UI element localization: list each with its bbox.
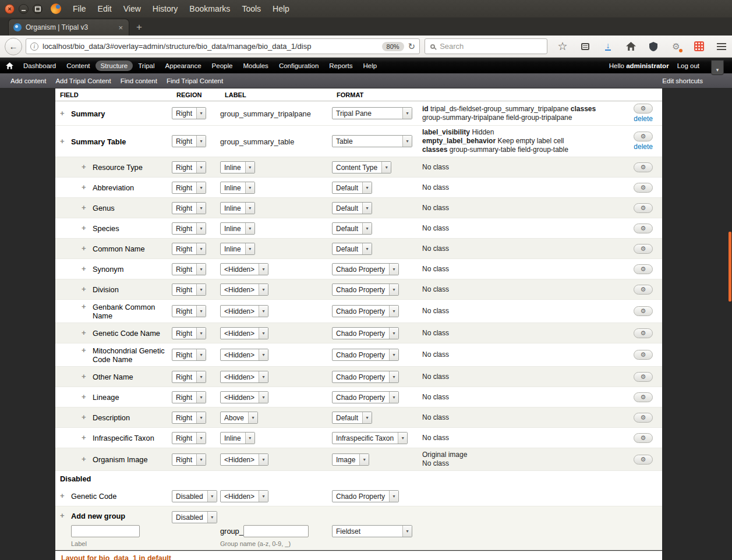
drag-handle-icon[interactable]: + (82, 244, 89, 253)
menu-help[interactable]: Help (267, 2, 295, 16)
drag-handle-icon[interactable]: + (60, 511, 67, 520)
dropdown[interactable]: Inline▾ (220, 161, 255, 173)
drag-handle-icon[interactable]: + (60, 109, 67, 118)
drupal-home-icon[interactable] (6, 62, 13, 69)
dropdown[interactable]: <Hidden>▾ (220, 453, 268, 466)
search-bar[interactable]: Search (425, 38, 547, 54)
gear-button[interactable]: ⚙ (634, 162, 653, 172)
drag-handle-icon[interactable]: + (82, 203, 89, 212)
gear-button[interactable]: ⚙ (634, 328, 653, 338)
dropdown[interactable]: Disabled▾ (172, 490, 217, 502)
gear-button[interactable]: ⚙ (634, 132, 653, 141)
gear-button[interactable]: ⚙ (634, 285, 653, 295)
site-info-icon[interactable]: i (30, 42, 38, 51)
gear-button[interactable]: ⚙ (634, 104, 653, 114)
gear-button[interactable]: ⚙ (634, 224, 653, 233)
window-minimize-button[interactable] (19, 4, 29, 14)
gear-button[interactable]: ⚙ (634, 413, 653, 423)
dropdown[interactable]: Chado Property▾ (332, 490, 399, 502)
drag-handle-icon[interactable]: + (82, 346, 89, 355)
dropdown[interactable]: Default▾ (332, 243, 372, 255)
toolbar-item-help[interactable]: Help (358, 61, 383, 71)
dropdown[interactable]: Right▾ (172, 371, 206, 383)
hamburger-menu-icon[interactable] (716, 41, 727, 52)
bookmarks-panel-icon[interactable] (579, 41, 591, 52)
back-button[interactable]: ← (5, 38, 22, 55)
dropdown[interactable]: Right▾ (172, 349, 206, 361)
gear-button[interactable]: ⚙ (634, 433, 653, 443)
dropdown[interactable]: Tripal Pane▾ (332, 107, 412, 119)
dropdown[interactable]: Disabled▾ (172, 511, 217, 523)
gear-button[interactable]: ⚙ (634, 183, 653, 193)
downloads-icon[interactable]: ↓ (602, 41, 614, 52)
dropdown[interactable]: Right▾ (172, 182, 206, 194)
dropdown[interactable]: Fieldset▾ (332, 525, 412, 537)
tools-extension-icon[interactable]: ⚙ (670, 41, 682, 52)
dropdown[interactable]: Chado Property▾ (332, 283, 399, 296)
drag-handle-icon[interactable]: + (82, 224, 89, 233)
menu-bookmarks[interactable]: Bookmarks (183, 2, 236, 16)
drag-handle-icon[interactable]: + (82, 372, 89, 381)
drag-handle-icon[interactable]: + (82, 264, 89, 274)
shortcut-find-content[interactable]: Find content (116, 76, 162, 86)
dropdown[interactable]: Right▾ (172, 161, 206, 173)
dropdown[interactable]: Right▾ (172, 327, 206, 339)
drag-handle-icon[interactable]: + (82, 392, 89, 402)
drag-handle-icon[interactable]: + (82, 302, 89, 311)
window-close-button[interactable]: × (5, 4, 15, 14)
dropdown[interactable]: <Hidden>▾ (220, 283, 268, 296)
toolbar-item-dashboard[interactable]: Dashboard (18, 61, 61, 71)
url-text[interactable]: localhost/bio_data/3#overlay=admin/struc… (43, 42, 378, 51)
dropdown[interactable]: Right▾ (172, 202, 206, 214)
drag-handle-icon[interactable]: + (82, 413, 89, 422)
gear-button[interactable]: ⚙ (634, 306, 653, 316)
gear-button[interactable]: ⚙ (634, 372, 653, 382)
group-name-input[interactable] (243, 525, 309, 537)
dropdown[interactable]: Table▾ (332, 135, 412, 147)
dropdown[interactable]: Inline▾ (220, 243, 255, 255)
logout-link[interactable]: Log out (677, 62, 699, 69)
menu-file[interactable]: File (67, 2, 92, 16)
dropdown[interactable]: Right▾ (172, 243, 206, 255)
toolbar-item-people[interactable]: People (207, 61, 238, 71)
menu-view[interactable]: View (118, 2, 147, 16)
dropdown[interactable]: Default▾ (332, 182, 372, 194)
privacy-shield-icon[interactable] (648, 41, 659, 52)
shortcut-add-tripal-content[interactable]: Add Tripal Content (51, 76, 115, 86)
url-bar[interactable]: i localhost/bio_data/3#overlay=admin/str… (26, 38, 420, 54)
dropdown[interactable]: Right▾ (172, 305, 206, 317)
drag-handle-icon[interactable]: + (60, 491, 67, 501)
drag-handle-icon[interactable]: + (82, 162, 89, 172)
dropdown[interactable]: <Hidden>▾ (220, 371, 268, 383)
tab-close-icon[interactable]: × (117, 23, 124, 32)
dropdown[interactable]: Default▾ (332, 412, 372, 424)
drag-handle-icon[interactable]: + (82, 455, 89, 464)
dropdown[interactable]: Chado Property▾ (332, 391, 399, 403)
scrollbar-thumb[interactable] (729, 232, 731, 302)
dropdown[interactable]: Default▾ (332, 202, 372, 214)
group-label-input[interactable] (71, 525, 140, 537)
dropdown[interactable]: <Hidden>▾ (220, 391, 268, 403)
gear-button[interactable]: ⚙ (634, 455, 653, 465)
dropdown[interactable]: Right▾ (172, 283, 206, 296)
toolbar-item-appearance[interactable]: Appearance (160, 61, 207, 71)
grid-extension-icon[interactable] (693, 41, 705, 52)
menu-tools[interactable]: Tools (236, 2, 267, 16)
gear-button[interactable]: ⚙ (634, 264, 653, 274)
new-tab-button[interactable]: + (136, 22, 142, 36)
dropdown[interactable]: <Hidden>▾ (220, 327, 268, 339)
toolbar-item-configuration[interactable]: Configuration (274, 61, 324, 71)
window-maximize-button[interactable] (33, 4, 43, 14)
drag-handle-icon[interactable]: + (82, 183, 89, 192)
dropdown[interactable]: Chado Property▾ (332, 349, 399, 361)
toolbar-toggle-button[interactable]: ▾ (711, 60, 724, 75)
dropdown[interactable]: Right▾ (172, 412, 206, 424)
drag-handle-icon[interactable]: + (82, 285, 89, 294)
delete-link[interactable]: delete (634, 143, 653, 151)
dropdown[interactable]: Content Type▾ (332, 161, 391, 173)
dropdown[interactable]: Inline▾ (220, 432, 255, 444)
bookmark-star-icon[interactable]: ☆ (557, 41, 568, 52)
dropdown[interactable]: Default▾ (332, 222, 372, 235)
tab-organism-tripal[interactable]: Organism | Tripal v3 × (8, 19, 129, 36)
menu-edit[interactable]: Edit (92, 2, 118, 16)
